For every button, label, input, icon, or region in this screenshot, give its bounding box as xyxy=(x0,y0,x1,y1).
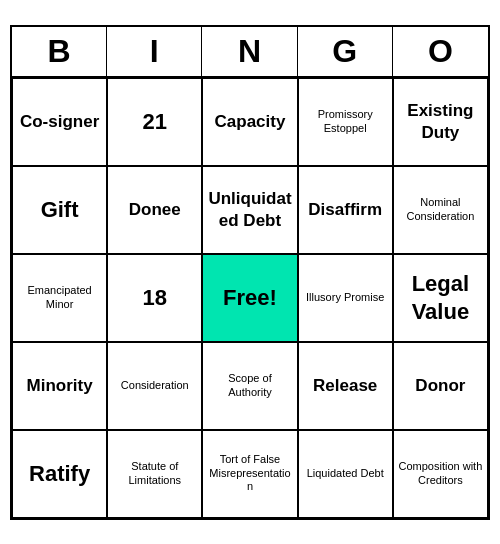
cell-text-22: Tort of False Misrepresentation xyxy=(207,453,292,494)
bingo-cell-24: Composition with Creditors xyxy=(393,430,488,518)
header-letter-i: I xyxy=(107,27,202,76)
cell-text-0: Co-signer xyxy=(20,111,99,132)
bingo-cell-12: Free! xyxy=(202,254,297,342)
bingo-cell-16: Consideration xyxy=(107,342,202,430)
cell-text-6: Donee xyxy=(129,199,181,220)
cell-text-2: Capacity xyxy=(215,111,286,132)
bingo-cell-11: 18 xyxy=(107,254,202,342)
bingo-cell-18: Release xyxy=(298,342,393,430)
cell-text-8: Disaffirm xyxy=(308,199,382,220)
bingo-cell-22: Tort of False Misrepresentation xyxy=(202,430,297,518)
cell-text-4: Existing Duty xyxy=(398,100,483,143)
cell-text-5: Gift xyxy=(41,196,79,224)
header-letter-n: N xyxy=(202,27,297,76)
bingo-cell-13: Illusory Promise xyxy=(298,254,393,342)
cell-text-10: Emancipated Minor xyxy=(17,284,102,312)
bingo-cell-19: Donor xyxy=(393,342,488,430)
header-letter-b: B xyxy=(12,27,107,76)
cell-text-15: Minority xyxy=(27,375,93,396)
bingo-cell-2: Capacity xyxy=(202,78,297,166)
cell-text-11: 18 xyxy=(143,284,167,312)
bingo-cell-4: Existing Duty xyxy=(393,78,488,166)
cell-text-3: Promissory Estoppel xyxy=(303,108,388,136)
bingo-cell-5: Gift xyxy=(12,166,107,254)
bingo-cell-14: Legal Value xyxy=(393,254,488,342)
bingo-card: BINGO Co-signer21CapacityPromissory Esto… xyxy=(10,25,490,520)
bingo-cell-17: Scope of Authority xyxy=(202,342,297,430)
cell-text-14: Legal Value xyxy=(398,270,483,325)
cell-text-13: Illusory Promise xyxy=(306,291,384,305)
bingo-header: BINGO xyxy=(12,27,488,78)
bingo-cell-21: Statute of Limitations xyxy=(107,430,202,518)
cell-text-19: Donor xyxy=(415,375,465,396)
cell-text-1: 21 xyxy=(143,108,167,136)
cell-text-24: Composition with Creditors xyxy=(398,460,483,488)
bingo-cell-15: Minority xyxy=(12,342,107,430)
cell-text-16: Consideration xyxy=(121,379,189,393)
bingo-cell-23: Liquidated Debt xyxy=(298,430,393,518)
bingo-cell-6: Donee xyxy=(107,166,202,254)
cell-text-18: Release xyxy=(313,375,377,396)
cell-text-12: Free! xyxy=(223,284,277,312)
bingo-cell-8: Disaffirm xyxy=(298,166,393,254)
cell-text-7: Unliquidated Debt xyxy=(207,188,292,231)
bingo-cell-7: Unliquidated Debt xyxy=(202,166,297,254)
bingo-cell-0: Co-signer xyxy=(12,78,107,166)
bingo-cell-1: 21 xyxy=(107,78,202,166)
cell-text-20: Ratify xyxy=(29,460,90,488)
bingo-cell-9: Nominal Consideration xyxy=(393,166,488,254)
cell-text-21: Statute of Limitations xyxy=(112,460,197,488)
bingo-cell-10: Emancipated Minor xyxy=(12,254,107,342)
bingo-cell-3: Promissory Estoppel xyxy=(298,78,393,166)
cell-text-23: Liquidated Debt xyxy=(307,467,384,481)
header-letter-o: O xyxy=(393,27,488,76)
cell-text-9: Nominal Consideration xyxy=(398,196,483,224)
header-letter-g: G xyxy=(298,27,393,76)
bingo-grid: Co-signer21CapacityPromissory EstoppelEx… xyxy=(12,78,488,518)
bingo-cell-20: Ratify xyxy=(12,430,107,518)
cell-text-17: Scope of Authority xyxy=(207,372,292,400)
